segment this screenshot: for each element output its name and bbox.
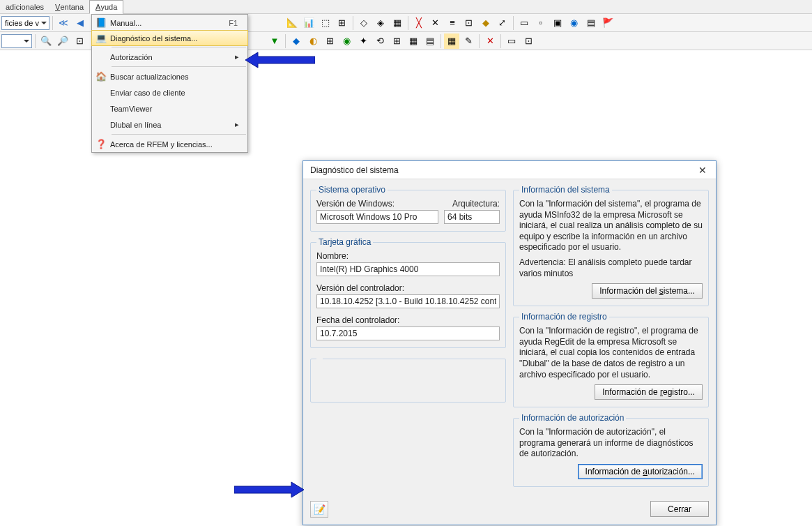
separator <box>112 134 246 135</box>
menu-about[interactable]: ❓ Acerca de RFEM y licencias... <box>92 136 247 152</box>
driver-version-value <box>316 294 500 308</box>
tool-icon[interactable]: ▤ <box>422 33 438 49</box>
tool-icon[interactable]: ▦ <box>390 15 405 31</box>
separator <box>52 16 53 30</box>
authinfo-desc: Con la "Información de autorización", el… <box>519 427 703 460</box>
menu-check-updates[interactable]: 🏠 Buscar actualizaciones <box>92 68 247 84</box>
separator <box>500 34 501 48</box>
tool-icon[interactable]: ⊡ <box>521 33 536 49</box>
help-icon: ❓ <box>92 136 110 152</box>
tool-icon[interactable]: ◉ <box>567 15 582 31</box>
surfaces-dropdown[interactable]: ficies de v <box>1 16 49 30</box>
svg-marker-1 <box>234 482 304 497</box>
menu-ventana[interactable]: Ventana <box>49 0 89 13</box>
menu-system-diagnostic[interactable]: 💻 Diagnóstico del sistema... <box>91 30 248 46</box>
reginfo-button[interactable]: Información de registro... <box>595 384 703 400</box>
tool-icon[interactable]: ✦ <box>355 33 371 49</box>
tool-icon[interactable]: ⊞ <box>322 33 337 49</box>
windows-version-value <box>316 210 438 224</box>
menu-ayuda[interactable]: Ayuda <box>89 0 123 14</box>
zoom-in-icon[interactable]: 🔎 <box>55 33 70 49</box>
zoom-fit-icon[interactable]: 🔍 <box>38 33 54 49</box>
close-button[interactable]: ✕ <box>694 163 712 177</box>
tool-icon[interactable]: ▭ <box>516 15 532 31</box>
tool-icon[interactable]: ◆ <box>289 33 304 49</box>
tool-icon[interactable]: ▦ <box>444 33 459 49</box>
os-legend: Sistema operativo <box>316 185 388 195</box>
nav-first-icon[interactable]: ≪ <box>56 15 71 31</box>
tool-icon[interactable]: ▼ <box>267 33 282 49</box>
reginfo-legend: Información de registro <box>519 312 609 322</box>
annotation-arrow <box>234 481 304 499</box>
menu-teamviewer[interactable]: TeamViewer <box>92 100 247 117</box>
nav-prev-icon[interactable]: ◀ <box>72 15 88 31</box>
tool-icon[interactable]: ▦ <box>406 33 421 49</box>
separator <box>513 16 514 30</box>
book-icon: 📘 <box>92 15 110 31</box>
menu-manual[interactable]: 📘 Manual... F1 <box>92 15 247 31</box>
tool-icon[interactable]: ✎ <box>461 33 476 49</box>
tool-icon[interactable]: ✕ <box>482 33 498 49</box>
dialog-footer: 📝 Cerrar <box>303 497 716 525</box>
separator <box>285 34 286 48</box>
authinfo-legend: Información de autorización <box>519 413 626 423</box>
tool-icon[interactable]: ▭ <box>504 33 519 49</box>
reginfo-desc: Con la "Información de registro", el pro… <box>519 326 703 380</box>
tool-icon[interactable]: ⬚ <box>318 15 333 31</box>
tool-icon[interactable]: ◆ <box>478 15 493 31</box>
menu-dlubal-online[interactable]: Dlubal en línea ▸ <box>92 117 247 133</box>
tool-icon[interactable]: ✕ <box>428 15 443 31</box>
blank-icon <box>92 49 110 65</box>
architecture-label: Arquitectura: <box>444 199 500 209</box>
architecture-value <box>444 210 500 224</box>
tool-icon[interactable]: 📐 <box>284 15 300 31</box>
tool-icon[interactable]: ⊡ <box>461 15 477 31</box>
authinfo-group: Información de autorización Con la "Info… <box>513 413 709 487</box>
tool-icon[interactable]: ◇ <box>356 15 371 31</box>
tool-icon[interactable]: 📊 <box>301 15 316 31</box>
submenu-arrow-icon: ▸ <box>235 120 242 129</box>
tool-icon[interactable]: ▣ <box>550 15 565 31</box>
tool-icon[interactable]: ◉ <box>339 33 354 49</box>
empty-legend <box>316 354 323 363</box>
gpu-name-label: Nombre: <box>316 251 500 261</box>
tool-icon[interactable]: ⊞ <box>335 15 350 31</box>
separator <box>479 34 480 48</box>
tool-icon[interactable]: ⤢ <box>495 15 510 31</box>
menu-adicionales[interactable]: adicionales <box>0 0 49 13</box>
gpu-legend: Tarjeta gráfica <box>316 237 373 247</box>
tool-icon[interactable]: ◐ <box>305 33 321 49</box>
authinfo-button[interactable]: Información de autorización... <box>578 464 703 479</box>
edit-report-button[interactable]: 📝 <box>310 501 328 518</box>
sysinfo-legend: Información del sistema <box>519 185 612 195</box>
separator <box>408 16 408 30</box>
menu-send-client-case[interactable]: Enviar caso de cliente <box>92 84 247 100</box>
tool-icon[interactable]: ▤ <box>583 15 599 31</box>
close-dialog-button[interactable]: Cerrar <box>650 501 709 517</box>
gpu-group: Tarjeta gráfica Nombre: Versión del cont… <box>310 237 506 348</box>
driver-date-label: Fecha del controlador: <box>316 315 500 325</box>
sysinfo-button[interactable]: Información del sistema... <box>592 283 703 299</box>
separator <box>35 34 36 48</box>
tool-icon[interactable]: ⊞ <box>389 33 404 49</box>
tool-icon[interactable]: 🚩 <box>600 15 615 31</box>
secondary-dropdown[interactable] <box>1 34 32 48</box>
blank-icon <box>92 84 110 100</box>
dialog-title: Diagnóstico del sistema <box>310 165 694 175</box>
separator <box>112 47 246 47</box>
tool-icon[interactable]: ╳ <box>411 15 427 31</box>
blank-icon <box>92 100 110 117</box>
system-diagnostic-dialog: Diagnóstico del sistema ✕ Sistema operat… <box>302 160 717 525</box>
separator <box>112 66 246 67</box>
reginfo-group: Información de registro Con la "Informac… <box>513 312 709 407</box>
zoom-window-icon[interactable]: ⊡ <box>72 33 87 49</box>
tool-icon[interactable]: ⟲ <box>372 33 388 49</box>
tool-icon[interactable]: ≡ <box>445 15 460 31</box>
menubar: adicionales Ventana Ayuda <box>0 0 812 14</box>
blank-icon <box>92 117 110 133</box>
separator <box>441 34 441 48</box>
tool-icon[interactable]: ◈ <box>373 15 388 31</box>
svg-marker-0 <box>245 52 315 68</box>
tool-icon[interactable]: ▫ <box>533 15 549 31</box>
menu-authorization[interactable]: Autorización ▸ <box>92 49 247 65</box>
